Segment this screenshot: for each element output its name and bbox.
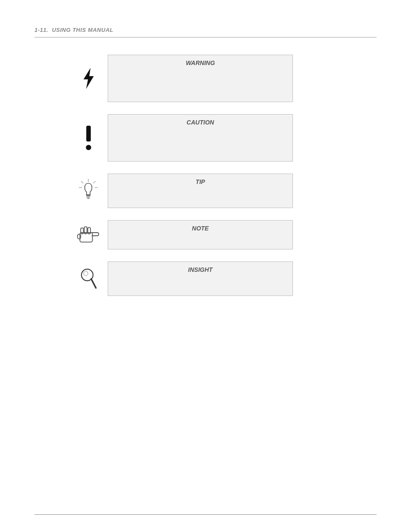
- caution-row: CAUTION: [69, 114, 377, 162]
- lightbulb-icon: [78, 178, 99, 204]
- lightning-icon: [78, 67, 99, 90]
- warning-row: WARNING: [69, 55, 377, 102]
- insight-icon-area: [69, 266, 108, 291]
- page-header: 1-11. USING THIS MANUAL: [34, 26, 377, 37]
- content-area: WARNING CAUTION: [34, 55, 377, 296]
- svg-point-2: [86, 145, 91, 150]
- warning-icon-area: [69, 67, 108, 90]
- svg-point-18: [84, 271, 88, 276]
- svg-line-4: [81, 181, 83, 184]
- note-label: NOTE: [115, 225, 286, 232]
- warning-label: WARNING: [115, 59, 286, 66]
- hand-icon: [77, 224, 100, 246]
- tip-icon-area: [69, 178, 108, 204]
- svg-line-17: [91, 279, 96, 288]
- svg-rect-1: [86, 125, 91, 141]
- caution-box: CAUTION: [108, 114, 293, 162]
- svg-line-5: [93, 181, 96, 184]
- svg-marker-0: [84, 68, 94, 89]
- note-box: NOTE: [108, 220, 293, 249]
- page-footer: [34, 514, 377, 515]
- magnifier-icon: [79, 266, 97, 291]
- page-title: 1-11. USING THIS MANUAL: [34, 27, 113, 33]
- note-icon-area: [69, 224, 108, 246]
- caution-label: CAUTION: [115, 119, 286, 126]
- exclamation-icon: [81, 124, 96, 152]
- page-container: 1-11. USING THIS MANUAL WARNING: [0, 0, 411, 532]
- note-row: NOTE: [69, 220, 377, 249]
- insight-label: INSIGHT: [115, 266, 286, 273]
- insight-box: INSIGHT: [108, 261, 293, 296]
- insight-row: INSIGHT: [69, 261, 377, 296]
- tip-label: TIP: [115, 178, 286, 185]
- warning-box: WARNING: [108, 55, 293, 102]
- tip-box: TIP: [108, 174, 293, 208]
- tip-row: TIP: [69, 174, 377, 208]
- caution-icon-area: [69, 124, 108, 152]
